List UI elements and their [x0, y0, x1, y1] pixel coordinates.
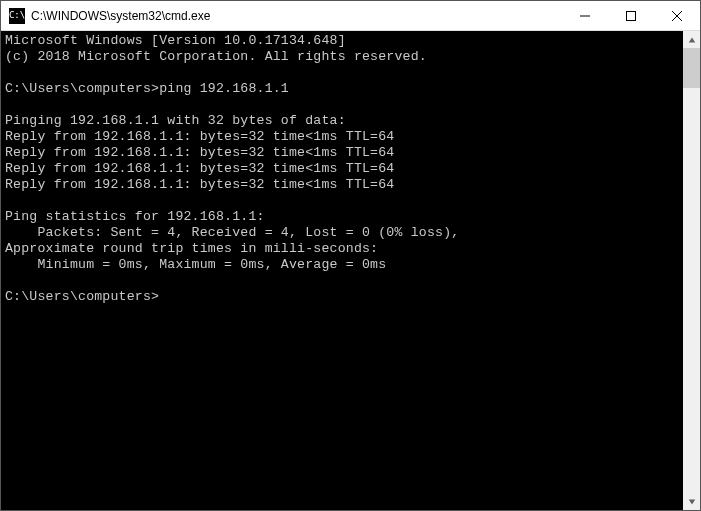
- terminal-line: (c) 2018 Microsoft Corporation. All righ…: [5, 49, 679, 65]
- terminal-line: Reply from 192.168.1.1: bytes=32 time<1m…: [5, 145, 679, 161]
- titlebar[interactable]: C:\ C:\WINDOWS\system32\cmd.exe: [1, 1, 700, 31]
- scroll-up-button[interactable]: [683, 31, 700, 48]
- terminal-line: C:\Users\computers>ping 192.168.1.1: [5, 81, 679, 97]
- svg-marker-4: [688, 37, 694, 42]
- minimize-button[interactable]: [562, 1, 608, 30]
- terminal-line: Pinging 192.168.1.1 with 32 bytes of dat…: [5, 113, 679, 129]
- terminal-line: Reply from 192.168.1.1: bytes=32 time<1m…: [5, 161, 679, 177]
- terminal-line: [5, 97, 679, 113]
- terminal-line: Microsoft Windows [Version 10.0.17134.64…: [5, 33, 679, 49]
- maximize-button[interactable]: [608, 1, 654, 30]
- scroll-down-button[interactable]: [683, 493, 700, 510]
- terminal-output[interactable]: Microsoft Windows [Version 10.0.17134.64…: [1, 31, 683, 510]
- terminal-line: [5, 193, 679, 209]
- terminal-line: [5, 65, 679, 81]
- svg-marker-5: [688, 499, 694, 504]
- window-controls: [562, 1, 700, 30]
- terminal-line: Packets: Sent = 4, Received = 4, Lost = …: [5, 225, 679, 241]
- terminal-line: Approximate round trip times in milli-se…: [5, 241, 679, 257]
- window-title: C:\WINDOWS\system32\cmd.exe: [31, 9, 562, 23]
- scrollbar-track[interactable]: [683, 48, 700, 493]
- terminal-line: Reply from 192.168.1.1: bytes=32 time<1m…: [5, 129, 679, 145]
- vertical-scrollbar[interactable]: [683, 31, 700, 510]
- cmd-icon: C:\: [9, 8, 25, 24]
- terminal-line: Reply from 192.168.1.1: bytes=32 time<1m…: [5, 177, 679, 193]
- terminal-line: C:\Users\computers>: [5, 289, 679, 305]
- terminal-line: Ping statistics for 192.168.1.1:: [5, 209, 679, 225]
- terminal-line: [5, 273, 679, 289]
- client-area: Microsoft Windows [Version 10.0.17134.64…: [1, 31, 700, 510]
- terminal-line: Minimum = 0ms, Maximum = 0ms, Average = …: [5, 257, 679, 273]
- cmd-window: C:\ C:\WINDOWS\system32\cmd.exe Microsof…: [0, 0, 701, 511]
- scrollbar-thumb[interactable]: [683, 48, 700, 88]
- svg-rect-1: [627, 11, 636, 20]
- close-button[interactable]: [654, 1, 700, 30]
